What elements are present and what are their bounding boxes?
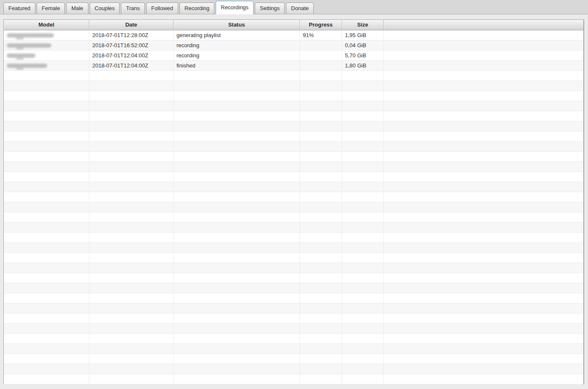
cell-extra xyxy=(384,111,583,121)
cell-progress xyxy=(300,233,342,243)
cell-extra xyxy=(384,142,583,152)
column-header-progress[interactable]: Progress xyxy=(300,20,342,30)
tab-female[interactable]: Female xyxy=(37,3,65,14)
cell-model xyxy=(4,364,89,374)
cell-date xyxy=(89,212,174,223)
cell-progress xyxy=(300,51,342,61)
cell-progress xyxy=(300,314,342,324)
cell-model xyxy=(4,101,89,111)
table-row[interactable] xyxy=(4,192,583,202)
table-row[interactable]: 2018-07-01T12:04:00Z recording 5,70 GiB xyxy=(4,51,583,61)
cell-progress xyxy=(300,40,342,51)
cell-extra xyxy=(384,51,583,61)
table-row[interactable] xyxy=(4,344,583,354)
table-row[interactable] xyxy=(4,212,583,223)
cell-model xyxy=(4,142,89,152)
cell-date xyxy=(89,111,174,121)
cell-progress xyxy=(300,374,342,384)
table-row[interactable] xyxy=(4,121,583,131)
table-row[interactable] xyxy=(4,182,583,192)
cell-status xyxy=(174,243,300,253)
cell-size xyxy=(342,263,384,273)
column-header-extra xyxy=(384,20,583,30)
cell-size xyxy=(342,354,384,364)
cell-status xyxy=(174,283,300,293)
table-row[interactable] xyxy=(4,101,583,111)
cell-progress xyxy=(300,273,342,283)
cell-progress xyxy=(300,223,342,233)
cell-progress xyxy=(300,131,342,142)
tab-featured[interactable]: Featured xyxy=(3,3,35,14)
cell-extra xyxy=(384,233,583,243)
table-row[interactable] xyxy=(4,233,583,243)
table-row[interactable] xyxy=(4,91,583,101)
cell-date xyxy=(89,243,174,253)
cell-status xyxy=(174,273,300,283)
table-row[interactable] xyxy=(4,202,583,212)
cell-progress xyxy=(300,71,342,81)
table-row[interactable] xyxy=(4,303,583,314)
table-row[interactable] xyxy=(4,364,583,374)
cell-extra xyxy=(384,364,583,374)
table-row[interactable] xyxy=(4,253,583,263)
recordings-table: Model Date Status Progress Size 2018-07-… xyxy=(3,19,584,384)
cell-progress xyxy=(300,283,342,293)
table-row[interactable] xyxy=(4,131,583,142)
tab-donate[interactable]: Donate xyxy=(286,3,314,14)
table-row[interactable] xyxy=(4,172,583,182)
cell-model xyxy=(4,121,89,131)
table-row[interactable] xyxy=(4,142,583,152)
table-row[interactable] xyxy=(4,273,583,283)
table-row[interactable] xyxy=(4,243,583,253)
tab-couples[interactable]: Couples xyxy=(90,3,120,14)
table-row[interactable] xyxy=(4,293,583,303)
cell-progress xyxy=(300,293,342,303)
cell-progress xyxy=(300,202,342,212)
table-row[interactable] xyxy=(4,354,583,364)
table-row[interactable] xyxy=(4,111,583,121)
table-row[interactable] xyxy=(4,283,583,293)
column-header-date[interactable]: Date xyxy=(89,20,174,30)
cell-extra xyxy=(384,263,583,273)
tab-trans[interactable]: Trans xyxy=(121,3,145,14)
table-row[interactable] xyxy=(4,81,583,91)
cell-model xyxy=(4,263,89,273)
table-row[interactable] xyxy=(4,324,583,334)
table-row[interactable]: 2018-07-01T16:52:00Z recording 0,04 GiB xyxy=(4,40,583,51)
cell-date xyxy=(89,253,174,263)
tab-followed[interactable]: Followed xyxy=(146,3,178,14)
cell-progress xyxy=(300,334,342,344)
cell-extra xyxy=(384,354,583,364)
table-row[interactable] xyxy=(4,162,583,172)
table-row[interactable] xyxy=(4,71,583,81)
table-row[interactable]: 2018-07-01T12:28:00Z generating playlist… xyxy=(4,30,583,40)
column-header-status[interactable]: Status xyxy=(174,20,300,30)
column-header-size[interactable]: Size xyxy=(342,20,384,30)
cell-size xyxy=(342,233,384,243)
cell-status xyxy=(174,71,300,81)
table-row[interactable] xyxy=(4,314,583,324)
table-row[interactable] xyxy=(4,223,583,233)
cell-extra xyxy=(384,212,583,223)
cell-date: 2018-07-01T12:04:00Z xyxy=(89,51,174,61)
cell-status xyxy=(174,202,300,212)
cell-date xyxy=(89,131,174,142)
table-row[interactable] xyxy=(4,334,583,344)
column-header-model[interactable]: Model xyxy=(4,20,89,30)
table-row[interactable] xyxy=(4,374,583,384)
tab-bar: Featured Female Male Couples Trans Follo… xyxy=(0,0,588,14)
cell-status xyxy=(174,162,300,172)
cell-extra xyxy=(384,61,583,71)
tab-recording[interactable]: Recording xyxy=(179,3,214,14)
table-row[interactable] xyxy=(4,152,583,162)
table-row[interactable] xyxy=(4,263,583,273)
cell-model xyxy=(4,223,89,233)
cell-date xyxy=(89,192,174,202)
tab-recordings[interactable]: Recordings xyxy=(216,1,254,14)
tab-male[interactable]: Male xyxy=(66,3,88,14)
table-row[interactable]: 2018-07-01T12:04:00Z finished 1,80 GiB xyxy=(4,61,583,71)
cell-model xyxy=(4,192,89,202)
cell-size xyxy=(342,212,384,223)
cell-size xyxy=(342,334,384,344)
tab-settings[interactable]: Settings xyxy=(255,3,285,14)
